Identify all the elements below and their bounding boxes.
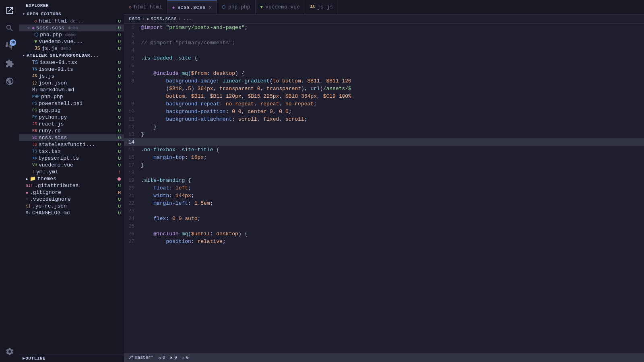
- status-warnings[interactable]: ⚠ 0: [182, 355, 189, 360]
- tab-html-icon: ◇: [129, 4, 132, 10]
- file-json[interactable]: {} json.json U: [19, 80, 124, 86]
- line-num-6: 6: [124, 62, 141, 70]
- code-line-22: 22 margin-left: 1.5em;: [124, 200, 644, 207]
- file-python[interactable]: PY python.py U: [19, 114, 124, 121]
- code-line-3: 3 // @import "primary/comments";: [124, 39, 644, 47]
- file-markdown[interactable]: M↓ markdown.md U: [19, 86, 124, 93]
- code-line-4: 4: [124, 47, 644, 54]
- line-num-20: 20: [124, 184, 141, 192]
- tab-html[interactable]: ◇ html.html: [124, 0, 167, 14]
- line-content-20: float: left;: [141, 184, 644, 192]
- file-jsjs[interactable]: JS js.js U: [19, 73, 124, 80]
- line-num-2: 2: [124, 31, 141, 39]
- json-icon: {}: [32, 81, 37, 85]
- outline-label: OUTLINE: [25, 356, 45, 361]
- file-yorcjson[interactable]: {} .yo-rc.json U: [19, 203, 124, 210]
- open-editor-scss[interactable]: ✕ ◈ scss.scss demo U: [19, 25, 124, 31]
- status-errors[interactable]: ✖ 0: [170, 355, 177, 360]
- open-editor-html[interactable]: ◇ html.html de... U: [19, 18, 124, 25]
- open-editors-section[interactable]: ▾ OPEN EDITORS: [19, 10, 124, 18]
- status-branch[interactable]: ⎇ master*: [127, 354, 153, 361]
- tab-js[interactable]: JS js.js: [305, 0, 338, 14]
- breadcrumb-scss-icon: ◈: [147, 16, 149, 21]
- open-editor-php[interactable]: ⬡ php.php demo U: [19, 31, 124, 38]
- file-typescript-name: typescript.ts: [38, 155, 118, 161]
- line-content-9: background-repeat: no-repeat, repeat, no…: [141, 100, 644, 108]
- file-gitattributes[interactable]: GIT .gitattributes U: [19, 182, 124, 189]
- file-vscodeignore[interactable]: ≡ .vscodeignore U: [19, 196, 124, 203]
- tab-vue[interactable]: ▼ vuedemo.vue: [256, 0, 305, 14]
- themes-arrow: ▶: [26, 177, 28, 181]
- html-icon: ◇: [34, 18, 37, 24]
- js-icon: JS: [34, 46, 40, 51]
- file-issue91tsx[interactable]: TS issue-91.tsx U: [19, 59, 124, 66]
- file-ruby[interactable]: RB ruby.rb U: [19, 128, 124, 134]
- file-php-name: php.php: [41, 94, 118, 100]
- activity-bar-bottom: [2, 344, 17, 362]
- file-scss[interactable]: SC scss.scss U: [19, 134, 124, 141]
- file-changelog[interactable]: M↓ CHANGELOG.md U: [19, 210, 124, 216]
- file-ps1[interactable]: PS powershell.ps1 U: [19, 100, 124, 107]
- close-placeholder: [27, 19, 33, 24]
- code-line-8b: ($B18,.5) 364px, transparent 0, transpar…: [124, 85, 644, 93]
- line-content-11: background-attachment: scroll, fixed, sc…: [141, 115, 644, 123]
- vue2-icon: VU: [32, 163, 37, 167]
- status-bar: ⎇ master* ↻ 0 ✖ 0 ⚠ 0: [124, 353, 644, 362]
- file-tsx[interactable]: TS tsx.tsx U: [19, 148, 124, 155]
- file-vuedemo-badge: U: [118, 163, 121, 168]
- explorer-icon[interactable]: [2, 3, 17, 18]
- tab-php[interactable]: ⬡ php.php: [217, 0, 256, 14]
- file-markdown-badge: U: [118, 88, 121, 93]
- line-num-10: 10: [124, 108, 141, 115]
- file-react[interactable]: JS react.js U: [19, 121, 124, 128]
- line-content-8a: background-image: linear-gradient(to bot…: [141, 77, 644, 85]
- source-control-icon[interactable]: 38: [2, 39, 17, 53]
- outline-section: ▶ OUTLINE: [19, 354, 124, 362]
- open-editor-vue[interactable]: ▼ vuedemo.vue... U: [19, 38, 124, 45]
- file-stateless-name: statelessfuncti...: [39, 142, 118, 148]
- file-issue91ts-name: issue-91.ts: [39, 66, 118, 72]
- php2-icon: PHP: [32, 95, 39, 99]
- search-icon[interactable]: [2, 21, 17, 35]
- file-tree: TS issue-91.tsx U TS issue-91.ts U JS js…: [19, 59, 124, 354]
- file-json-badge: U: [118, 81, 121, 86]
- tab-scss-close[interactable]: ✕: [209, 4, 212, 10]
- breadcrumb-dots[interactable]: ...: [183, 16, 192, 22]
- close-scss-btn[interactable]: ✕: [27, 25, 30, 31]
- file-gitignore-name: .gitignore: [30, 189, 118, 195]
- breadcrumb-demo[interactable]: demo: [129, 16, 140, 22]
- breadcrumb-scss[interactable]: scss.scss: [151, 16, 177, 22]
- file-php[interactable]: PHP php.php U: [19, 93, 124, 100]
- open-editor-scss-badge: U: [118, 26, 121, 31]
- folder-themes[interactable]: ▶ 📁 themes: [19, 175, 124, 182]
- project-section[interactable]: ▾ ATELIER_SULPHURPOOLDAR...: [19, 52, 124, 59]
- file-stateless[interactable]: JS statelessfuncti... U: [19, 141, 124, 148]
- file-gitignore[interactable]: ◆ .gitignore M: [19, 189, 124, 196]
- file-issue91ts[interactable]: TS issue-91.ts U: [19, 66, 124, 73]
- line-num-5: 5: [124, 54, 141, 62]
- line-num-8a: 8: [124, 77, 141, 85]
- status-sync[interactable]: ↻ 0: [158, 355, 165, 360]
- file-vuedemo[interactable]: VU vuedemo.vue U: [19, 162, 124, 169]
- open-editor-js[interactable]: JS js.js demo U: [19, 45, 124, 52]
- outline-arrow: ▶: [23, 356, 25, 361]
- remote-icon[interactable]: [2, 74, 17, 88]
- file-yml[interactable]: ! yml.yml !: [19, 169, 124, 175]
- tab-scss[interactable]: ◈ scss.scss ✕: [167, 0, 217, 14]
- extensions-icon[interactable]: [2, 56, 17, 71]
- file-python-name: python.py: [39, 114, 118, 120]
- settings-icon[interactable]: [2, 344, 17, 359]
- code-line-27: 27 position: relative;: [124, 238, 644, 245]
- code-line-26: 26 @include mq($until: desktop) {: [124, 230, 644, 238]
- scss-icon: ◈: [32, 25, 35, 31]
- line-num-17: 17: [124, 161, 141, 169]
- warning-count: 0: [186, 355, 189, 360]
- file-pug[interactable]: PG pug.pug U: [19, 107, 124, 114]
- file-typescript[interactable]: TS typescript.ts U: [19, 155, 124, 162]
- outline-header[interactable]: ▶ OUTLINE: [19, 354, 124, 362]
- code-editor[interactable]: 1 @import "primary/posts-and-pages"; 2 3…: [124, 24, 644, 353]
- file-issue91tsx-badge: U: [118, 60, 121, 65]
- line-num-12: 12: [124, 123, 141, 131]
- file-gitignore-badge: M: [118, 190, 121, 195]
- file-pug-name: pug.pug: [39, 107, 118, 113]
